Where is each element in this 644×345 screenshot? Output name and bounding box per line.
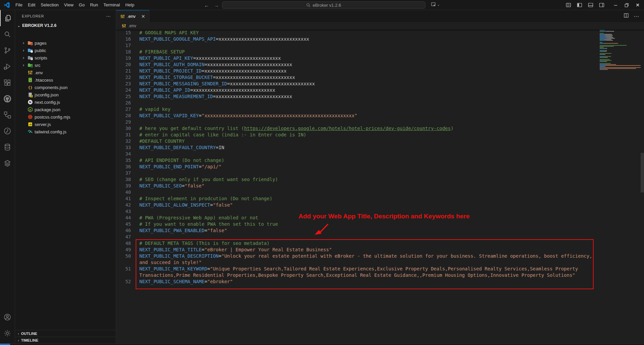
forward-arrow-icon[interactable]: → [214,2,219,8]
split-editor-icon[interactable] [624,13,629,19]
restore-icon[interactable] [622,1,631,9]
tree-item-htaccess[interactable]: .htaccess [15,76,116,84]
code-line[interactable]: 21NEXT_PUBLIC_PROJECT_ID=xxxxxxxxxxxxxxx… [116,68,644,74]
code-line[interactable]: 42NEXT_PUBLIC_ALLOW_INSPECT="false" [116,202,644,208]
code-line[interactable]: 51NEXT_PUBLIC_META_KEYWORD="Unique Prope… [116,266,644,278]
menu-edit[interactable]: Edit [25,1,38,8]
extensions-icon[interactable] [0,75,15,91]
search-icon[interactable] [0,26,15,42]
code-line[interactable]: 24NEXT_PUBLIC_APP_ID=xxxxxxxxxxxxxxxxxxx… [116,87,644,93]
code-line[interactable]: 20NEXT_PUBLIC_AUTH_DOMAIN=xxxxxxxxxxxxxx… [116,61,644,68]
tree-item-server-js[interactable]: JSserver.js [15,121,116,128]
line-content: NEXT_PUBLIC_AUTH_DOMAIN=xxxxxxxxxxxxxxxx… [139,61,597,68]
code-line[interactable]: 41# Inspect element in prodcution (Do no… [116,196,644,202]
menu-help[interactable]: Help [123,1,137,8]
tab-env[interactable]: .env ✕ [116,10,149,22]
code-line[interactable]: 52NEXT_PUBLIC_SCHEMA_NAME="ebroker" [116,278,644,285]
code-line[interactable]: 28NEXT_PUBLIC_VAPID_KEY="xxxxxxxxxxxxxxx… [116,113,644,119]
line-content: NEXT_PUBLIC_MESSAGING_SENDER_ID=xxxxxxxx… [139,81,597,87]
tree-item-env[interactable]: .env [15,69,116,76]
code-line[interactable]: 37 [116,170,644,176]
code-line[interactable]: 29 [116,119,644,125]
code-line[interactable]: 39NEXT_PUBLIC_SEO="false" [116,183,644,189]
scrollbar-thumb[interactable] [641,153,644,192]
github-icon[interactable] [0,91,15,107]
code-editor[interactable]: 15# GOOGLE MAPS API KEY16NEXT_PUBLIC_GOO… [116,30,644,343]
tree-item-jsconfig-json[interactable]: JSjsconfig.json [15,91,116,98]
layers-icon[interactable] [0,155,15,171]
source-control-icon[interactable] [0,42,15,58]
tree-item-package-json[interactable]: jspackage.json [15,106,116,113]
code-line[interactable]: 31# enter in capital case like (india :-… [116,132,644,138]
minimize-icon[interactable] [611,1,620,9]
menu-view[interactable]: View [61,1,76,8]
code-line[interactable]: 30# here you get default country list (h… [116,125,644,132]
code-line[interactable]: 47 [116,234,644,240]
layout-dropdown[interactable]: ⌄ [431,2,440,7]
tree-item-public[interactable]: ›public [15,47,116,54]
explorer-more-actions-icon[interactable]: ⋯ [106,13,111,19]
tab-close-icon[interactable]: ✕ [141,14,145,19]
code-line[interactable]: 34 [116,151,644,157]
code-line[interactable]: 50NEXT_PUBLIC_META_DESCRIPTION="Unlock y… [116,253,644,266]
code-line[interactable]: 16NEXT_PUBLIC_GOOGLE_MAPS_API=xxxxxxxxxx… [116,36,644,42]
breadcrumb-item: .env [128,24,136,28]
code-line[interactable]: 48# DEFAULT META TAGS (This is for seo m… [116,240,644,247]
code-line[interactable]: 15# GOOGLE MAPS API KEY [116,30,644,36]
tree-item-src[interactable]: ›src [15,61,116,69]
code-line[interactable]: 26 [116,100,644,106]
code-line[interactable]: 27# vapid key [116,106,644,113]
toggle-secondary-sidebar-icon[interactable] [597,1,606,9]
back-arrow-icon[interactable]: ← [204,2,209,8]
line-content: # DEFAULT META TAGS (This is for seo met… [139,240,597,247]
timeline-panel-header[interactable]: › TIMELINE [15,337,116,343]
code-line[interactable]: 46NEXT_PUBLIC_PWA_ENABLED="false" [116,227,644,234]
minimap[interactable] [600,30,641,70]
code-line[interactable]: 33NEXT_PUBLIC_DEFAULT_COUNTRY=IN [116,144,644,151]
tree-item-tailwind-config-js[interactable]: tailwind.config.js [15,128,116,135]
editor-more-actions-icon[interactable]: ⋯ [634,13,639,19]
line-number: 38 [116,176,136,183]
code-line[interactable]: 35# API ENDPOINT (Do not change) [116,157,644,164]
tree-item-scripts[interactable]: ›scripts [15,54,116,61]
line-content: NEXT_PUBLIC_ALLOW_INSPECT="false" [139,202,597,208]
code-line[interactable]: 36NEXT_PUBLIC_END_POINT="/api/" [116,164,644,170]
code-line[interactable]: 45# If you want to enable PWA then set t… [116,221,644,227]
menu-run[interactable]: Run [87,1,101,8]
toggle-panel-icon[interactable] [586,1,595,9]
code-line[interactable]: 22NEXT_PUBLIC_STORAGE_BUCKET=xxxxxxxxxxx… [116,74,644,81]
code-line[interactable]: 38# SEO (change only if you dont want se… [116,176,644,183]
menu-go[interactable]: Go [76,1,87,8]
code-line[interactable]: 25NEXT_PUBLIC_MEASUREMENT_ID=xxxxxxxxxxx… [116,93,644,100]
code-line[interactable]: 19NEXT_PUBLIC_API_KEY=xxxxxxxxxxxxxxxxxx… [116,55,644,61]
code-line[interactable]: 18# FIREBASE SETUP [116,49,644,55]
tree-item-postcss-config-mjs[interactable]: postcss.config.mjs [15,113,116,121]
remote-explorer-icon[interactable] [0,107,15,123]
account-icon[interactable] [0,309,15,325]
remote-indicator[interactable] [0,344,10,345]
explorer-icon[interactable] [0,10,15,26]
tree-item-components-json[interactable]: {}components.json [15,84,116,91]
customize-layout-icon[interactable] [564,1,573,9]
line-number: 34 [116,151,136,157]
code-line[interactable]: 49NEXT_PUBLIC_META_TITLE="eBroker | Empo… [116,247,644,253]
breadcrumb[interactable]: .env [116,22,644,30]
git-graph-icon[interactable] [0,123,15,139]
menu-selection[interactable]: Selection [38,1,61,8]
run-debug-icon[interactable] [0,58,15,75]
outline-panel-header[interactable]: › OUTLINE [15,330,116,337]
tree-item-pages[interactable]: ›pages [15,39,116,47]
tree-item-next-config-js[interactable]: Nnext.config.js [15,98,116,106]
database-icon[interactable] [0,139,15,155]
command-center[interactable]: eBroker v1.2.6 [222,1,425,9]
code-line[interactable]: 32#DEFAULT COUNTRY [116,138,644,144]
toggle-primary-sidebar-icon[interactable] [575,1,584,9]
menu-file[interactable]: File [13,1,25,8]
settings-gear-icon[interactable] [0,325,15,341]
code-line[interactable]: 17 [116,42,644,49]
workspace-section-header[interactable]: ⌄ EBROKER V1.2.6 [15,22,116,29]
code-line[interactable]: 23NEXT_PUBLIC_MESSAGING_SENDER_ID=xxxxxx… [116,81,644,87]
code-line[interactable]: 40 [116,189,644,196]
menu-terminal[interactable]: Terminal [101,1,123,8]
close-icon[interactable]: ✕ [633,1,642,9]
